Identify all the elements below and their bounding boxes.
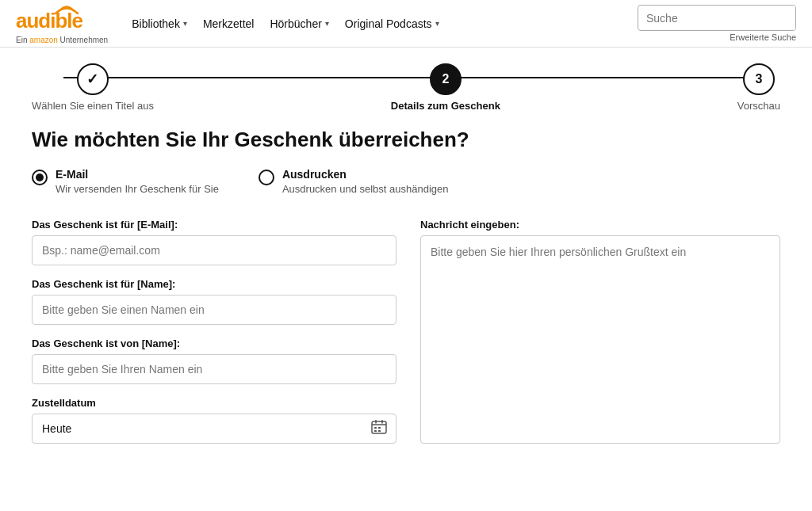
date-label: Zustelldatum [32, 397, 396, 409]
email-option-title: E-Mail [56, 168, 219, 181]
delivery-option-print[interactable]: Ausdrucken Ausdrucken und selbst aushänd… [259, 168, 449, 196]
nav-podcasts[interactable]: Original Podcasts ▾ [345, 17, 439, 30]
print-option-title: Ausdrucken [282, 168, 449, 181]
nav-merkzettel[interactable]: Merkzettel [203, 17, 255, 30]
stepper-step-1: ✓ Wählen Sie einen Titel aus [32, 63, 154, 112]
radio-email[interactable] [32, 170, 48, 185]
recipient-name-input[interactable] [32, 295, 396, 325]
step1-circle: ✓ [77, 63, 109, 95]
email-option-text: E-Mail Wir versenden Ihr Geschenk für Si… [56, 168, 219, 196]
message-textarea[interactable] [420, 235, 780, 444]
svg-text:audible: audible [16, 9, 83, 31]
chevron-down-icon: ▾ [183, 19, 187, 28]
main-title: Wie möchten Sie Ihr Geschenk überreichen… [32, 128, 780, 152]
radio-print[interactable] [259, 170, 274, 185]
print-option-text: Ausdrucken Ausdrucken und selbst aushänd… [282, 168, 449, 196]
form-right-column: Nachricht eingeben: [420, 219, 780, 444]
step1-label: Wählen Sie einen Titel aus [32, 100, 154, 112]
radio-email-inner [36, 174, 44, 181]
stepper: ✓ Wählen Sie einen Titel aus 2 Details z… [0, 48, 812, 120]
delivery-option-email[interactable]: E-Mail Wir versenden Ihr Geschenk für Si… [32, 168, 219, 196]
search-area: 🔍 Erweiterte Suche [638, 5, 796, 42]
step2-label: Details zum Geschenk [391, 100, 500, 112]
message-label: Nachricht eingeben: [420, 219, 780, 231]
chevron-down-icon: ▾ [435, 19, 439, 28]
nav-bibliothek[interactable]: Bibliothek ▾ [132, 17, 187, 30]
advanced-search-link[interactable]: Erweiterte Suche [730, 32, 796, 42]
recipient-email-label: Das Geschenk ist für [E-Mail]: [32, 219, 396, 231]
sender-name-group: Das Geschenk ist von [Name]: [32, 337, 396, 384]
chevron-down-icon: ▾ [325, 19, 329, 28]
logo-area: audible Ein amazon Unternehmen [16, 2, 108, 44]
sender-name-label: Das Geschenk ist von [Name]: [32, 337, 396, 349]
date-group: Zustelldatum [32, 397, 396, 444]
delivery-options: E-Mail Wir versenden Ihr Geschenk für Si… [32, 168, 780, 196]
gift-form: Das Geschenk ist für [E-Mail]: Das Gesch… [32, 219, 780, 444]
stepper-step-2: 2 Details zum Geschenk [154, 63, 737, 112]
recipient-name-group: Das Geschenk ist für [Name]: [32, 278, 396, 325]
amazon-sub: Ein amazon Unternehmen [16, 36, 108, 44]
audible-logo-svg: audible [16, 2, 103, 31]
main-nav: Bibliothek ▾ Merkzettel Hörbücher ▾ Orig… [132, 17, 638, 30]
stepper-step-3: 3 Vorschau [737, 63, 780, 112]
main-content: Wie möchten Sie Ihr Geschenk überreichen… [0, 120, 812, 475]
sender-name-input[interactable] [32, 354, 396, 384]
form-left-column: Das Geschenk ist für [E-Mail]: Das Gesch… [32, 219, 396, 444]
recipient-email-group: Das Geschenk ist für [E-Mail]: [32, 219, 396, 265]
print-option-desc: Ausdrucken und selbst aushändigen [282, 182, 449, 196]
nav-hoerbuecher[interactable]: Hörbücher ▾ [270, 17, 328, 30]
search-input[interactable] [638, 7, 793, 29]
logo[interactable]: audible [16, 2, 108, 35]
step3-label: Vorschau [737, 100, 780, 112]
recipient-email-input[interactable] [32, 235, 396, 265]
email-option-desc: Wir versenden Ihr Geschenk für Sie [56, 182, 219, 196]
step3-circle: 3 [743, 63, 775, 95]
search-button[interactable]: 🔍 [793, 6, 796, 30]
date-input[interactable] [32, 414, 396, 444]
recipient-name-label: Das Geschenk ist für [Name]: [32, 278, 396, 290]
search-box: 🔍 [638, 5, 796, 31]
header: audible Ein amazon Unternehmen Bibliothe… [0, 0, 812, 48]
step2-circle: 2 [430, 63, 462, 95]
date-field-wrapper [32, 414, 396, 444]
